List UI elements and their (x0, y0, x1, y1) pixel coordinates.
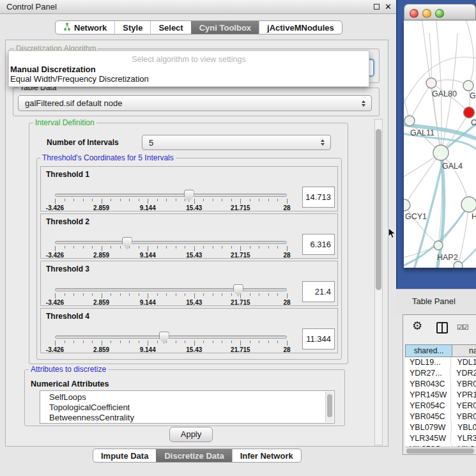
slider-thumb[interactable] (233, 284, 243, 296)
number-of-intervals-spinner[interactable]: 5 (142, 135, 331, 150)
cell-name: YPR1 (451, 390, 476, 401)
tab-label: jActiveMNodules (267, 23, 334, 33)
gear-icon[interactable]: ⚙ (412, 319, 422, 333)
attribute-item-topologicalcoefficient[interactable]: TopologicalCoefficient (40, 403, 334, 413)
column-header-name[interactable]: na (452, 344, 476, 357)
cell-name: YDR2 (450, 368, 476, 379)
slider-track[interactable] (55, 335, 287, 339)
table-row[interactable]: YER054CYER0 (405, 401, 476, 411)
network-node-gcy1[interactable] (404, 199, 410, 211)
cell-name: YDL1 (451, 357, 476, 368)
tick-mark (139, 293, 139, 296)
list-scrollbar-thumb[interactable] (327, 394, 332, 417)
tick-mark (268, 293, 269, 296)
numerical-attributes-list[interactable]: SelfLoopsTopologicalCoefficientBetweenne… (40, 390, 335, 424)
threshold-value-field[interactable]: 6.316 (302, 234, 335, 255)
network-node-gal4[interactable] (433, 145, 449, 160)
table-data-combo[interactable]: galFiltered.sif default node (18, 95, 372, 111)
tab-cyni-toolbox[interactable]: Cyni Toolbox (191, 21, 259, 34)
threshold-value-field[interactable]: 14.713 (302, 187, 335, 208)
tick-mark (65, 246, 65, 249)
tick-mark (213, 246, 213, 249)
slider-track[interactable] (55, 288, 287, 291)
popup-option-manual-discretization[interactable]: Manual Discretization (9, 65, 369, 74)
tick-mark (222, 341, 222, 343)
minimize-traffic-light-icon[interactable] (422, 9, 431, 18)
tab-infer-network[interactable]: Infer Network (232, 449, 301, 462)
table-row[interactable]: YBL079WYBL0 (405, 422, 476, 433)
network-node-h[interactable] (461, 197, 476, 212)
popup-option-equal-width-frequency-discretization[interactable]: Equal Width/Frequency Discretization (9, 74, 369, 84)
tick-mark (231, 293, 232, 296)
tab-select[interactable]: Select (150, 21, 190, 34)
tick-mark (65, 341, 65, 343)
table-horizontal-scrollbar[interactable] (405, 447, 476, 455)
tick-mark (55, 246, 56, 251)
network-node[interactable] (454, 261, 463, 268)
network-view-canvas[interactable]: GAL80GACGAL11GAL4GCY1HHAP2 (404, 20, 476, 268)
threshold-value-field[interactable]: 11.344 (302, 328, 335, 349)
slider-track[interactable] (55, 194, 287, 197)
tick-label: -3.426 (46, 299, 64, 306)
tick-mark (203, 293, 204, 296)
tick-mark (176, 199, 176, 201)
tab-impute-data[interactable]: Impute Data (93, 449, 156, 462)
tick-mark (176, 341, 176, 343)
table-row[interactable]: YDR27...YDR2 (405, 368, 476, 379)
tick-mark (185, 246, 185, 249)
float-window-icon[interactable] (374, 4, 380, 10)
table-row[interactable]: YBR045CYBR0 (405, 411, 476, 422)
column-header-shared[interactable]: shared... (405, 344, 452, 357)
tick-label: -3.426 (46, 204, 64, 211)
threshold-label: Threshold 4 (46, 312, 89, 321)
tick-label: 2.859 (93, 204, 109, 211)
tab-style[interactable]: Style (114, 21, 150, 34)
bottom-tab-bar: Impute DataDiscretize DataInfer Network (93, 449, 302, 463)
network-node-label: GAL11 (410, 128, 434, 137)
close-traffic-light-icon[interactable] (410, 9, 418, 18)
table-row[interactable]: YBR043CYBR0 (405, 379, 476, 390)
tick-mark (111, 341, 111, 343)
table-row[interactable]: YDL19...YDL1 (405, 357, 476, 368)
list-scrollbar[interactable] (325, 392, 334, 422)
spinner-arrows-icon (321, 139, 325, 146)
tab-discretize-data[interactable]: Discretize Data (156, 449, 231, 462)
table-row[interactable]: YLR345WYLR3 (405, 433, 476, 444)
popup-hint: Select algorithm to view settings (9, 55, 369, 65)
zoom-traffic-light-icon[interactable] (435, 9, 444, 18)
table-hscrollbar-thumb[interactable] (406, 449, 474, 454)
tick-mark (259, 341, 259, 343)
attribute-item-betweennesscentrality[interactable]: BetweennessCentrality (40, 413, 334, 423)
threshold-panel-3: Threshold 3-3.4262.8599.14415.4321.71528… (40, 261, 338, 306)
apply-button[interactable]: Apply (169, 427, 213, 442)
attribute-item-selfloops[interactable]: SelfLoops (40, 392, 334, 403)
network-node-gal80[interactable] (426, 78, 436, 88)
tick-mark (111, 293, 111, 296)
network-node-c[interactable] (464, 107, 475, 118)
table-row[interactable]: YPR145WYPR1 (405, 390, 476, 401)
tick-mark (176, 293, 176, 296)
tab-network[interactable]: Network (56, 21, 114, 34)
column-layout-icon[interactable] (436, 322, 448, 334)
tick-mark (139, 199, 139, 201)
cell-shared-name: YBR043C (405, 379, 451, 390)
network-node-label: GCY1 (405, 212, 427, 221)
network-node-ga[interactable] (463, 81, 473, 91)
threshold-value-field[interactable]: 21.4 (302, 281, 335, 302)
tick-mark (129, 293, 130, 296)
tick-mark (250, 293, 250, 296)
tick-mark (157, 293, 158, 296)
network-node-gal11[interactable] (404, 116, 415, 126)
slider-thumb[interactable] (159, 332, 169, 344)
close-icon[interactable]: ✕ (385, 2, 392, 12)
tab-jactivemnodules[interactable]: jActiveMNodules (259, 21, 342, 34)
network-window-titlebar[interactable] (404, 4, 476, 20)
tick-mark (65, 199, 65, 201)
network-node-hap2[interactable] (434, 241, 443, 250)
slider-track[interactable] (55, 241, 287, 244)
select-columns-icon[interactable]: ☑☑ (457, 323, 468, 332)
settings-scrollbar-thumb[interactable] (376, 129, 381, 290)
tick-mark (222, 199, 222, 201)
slider-thumb[interactable] (122, 237, 132, 249)
tick-mark (213, 341, 213, 343)
